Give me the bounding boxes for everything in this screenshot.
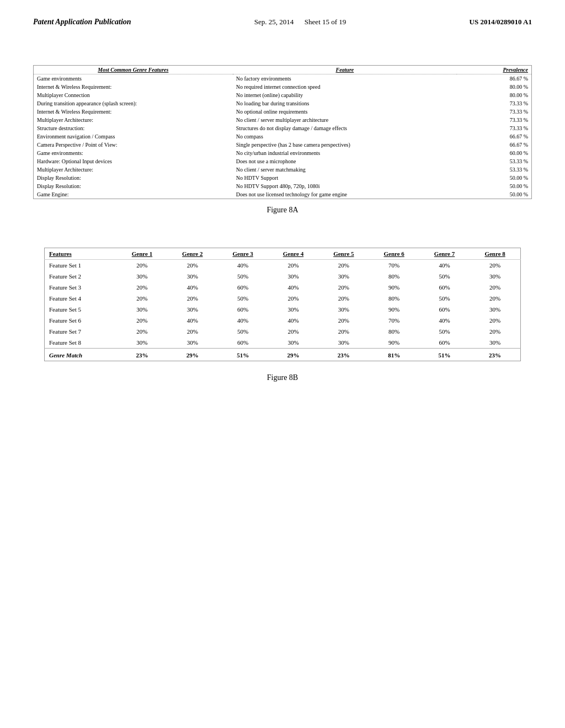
table-8a-cell-6-2: 73.33 % [457,124,531,132]
table-row: Feature Set 720%20%50%20%20%80%50%20% [45,326,521,337]
table-8a-cell-1-0: Internet & Wireless Requirement: [34,83,233,91]
table-8b-cell-0-1: 20% [117,260,167,271]
table-8a-cell-0-0: Game environments [34,74,233,83]
table-8a-cell-8-2: 66.67 % [457,141,531,149]
table-8a-cell-8-0: Camera Perspective / Point of View: [34,141,233,149]
page-header: Patent Application Publication Sep. 25, … [0,0,565,32]
table-8a-cell-14-1: Does not use licensed technology for gam… [233,190,457,199]
table-8b-cell-0-7: 40% [419,260,470,271]
table-8b-cell-3-1: 20% [117,293,167,304]
table-row: Game environments:No city/urban industri… [34,149,532,157]
figure-8a-label: Figure 8A [33,206,532,215]
table-8b-cell-4-5: 30% [318,304,369,315]
table-8b-cell-6-0: Feature Set 7 [45,326,117,337]
table-8b-cell-4-0: Feature Set 5 [45,304,117,315]
table-8a-cell-1-1: No required internet connection speed [233,83,457,91]
table-8a-cell-10-0: Hardware: Optional Input devices [34,157,233,165]
table-8a-cell-11-1: No client / server matchmaking [233,165,457,174]
table-8a-cell-10-1: Does not use a microphone [233,157,457,165]
genre-match-cell-0: Genre Match [45,349,117,361]
table-8b-cell-0-3: 40% [217,260,268,271]
table-8b-cell-4-1: 30% [117,304,167,315]
table-8a-cell-14-0: Game Engine: [34,190,233,199]
table-8a-cell-7-1: No compass [233,132,457,141]
table-8b-cell-0-8: 20% [470,260,520,271]
genre-match-cell-1: 23% [117,349,167,361]
table-8b-cell-0-2: 20% [167,260,217,271]
table-8a-cell-4-2: 73.33 % [457,108,531,116]
header-patent-number: US 2014/0289010 A1 [470,18,532,26]
table-8b-cell-3-3: 50% [217,293,268,304]
genre-match-row: Genre Match23%29%51%29%23%81%51%23% [45,349,521,361]
table-8a-cell-13-0: Display Resolution: [34,182,233,190]
table-8b-cell-1-5: 30% [318,271,369,282]
table-row: Display Resolution:No HDTV Support 480p,… [34,182,532,190]
table-8b-col-header-2: Genre 2 [167,248,217,260]
table-8b-cell-3-0: Feature Set 4 [45,293,117,304]
table-row: Camera Perspective / Point of View:Singl… [34,141,532,149]
table-8a-cell-3-2: 73.33 % [457,99,531,108]
genre-match-cell-8: 23% [470,349,520,361]
table-8a-cell-3-0: During transition appearance (splash scr… [34,99,233,108]
table-8a-cell-11-0: Multiplayer Architecture: [34,165,233,174]
table-8a-cell-9-2: 60.00 % [457,149,531,157]
figure-8b-label: Figure 8B [33,373,532,382]
table-8a-col-header-1: Most Common Genre Features [34,66,233,74]
table-8a-cell-10-2: 53.33 % [457,157,531,165]
table-8b-col-header-4: Genre 4 [268,248,318,260]
table-8b-cell-2-2: 40% [167,282,217,293]
table-8b-cell-6-3: 50% [217,326,268,337]
table-8b-cell-2-8: 20% [470,282,520,293]
table-8b-cell-5-6: 70% [369,315,419,326]
table-8b-cell-6-8: 20% [470,326,520,337]
table-8b-col-header-0: Features [45,248,117,260]
table-8b-cell-5-4: 40% [268,315,318,326]
table-8b-cell-2-0: Feature Set 3 [45,282,117,293]
table-8a-cell-0-2: 86.67 % [457,74,531,83]
table-8a-cell-9-1: No city/urban industrial environments [233,149,457,157]
table-8b-cell-1-6: 80% [369,271,419,282]
table-8a-cell-6-0: Structure destruction: [34,124,233,132]
table-8b-cell-6-4: 20% [268,326,318,337]
table-8b-cell-3-6: 80% [369,293,419,304]
table-8a-cell-11-2: 53.33 % [457,165,531,174]
table-8b-cell-0-5: 20% [318,260,369,271]
table-8b-cell-1-1: 30% [117,271,167,282]
table-8a-cell-3-1: No loading bar during transitions [233,99,457,108]
genre-match-cell-6: 81% [369,349,419,361]
table-row: Feature Set 530%30%60%30%30%90%60%30% [45,304,521,315]
table-8b-cell-6-6: 80% [369,326,419,337]
table-8b-cell-2-3: 60% [217,282,268,293]
table-8a: Most Common Genre Features Feature Preva… [33,65,532,199]
table-8b-cell-3-4: 20% [268,293,318,304]
table-8b-cell-5-1: 20% [117,315,167,326]
table-8b-cell-7-7: 60% [419,337,470,349]
table-8b-cell-7-8: 30% [470,337,520,349]
table-row: Environment navigation / CompassNo compa… [34,132,532,141]
table-8a-cell-8-1: Single perspective (has 2 base camera pe… [233,141,457,149]
table-row: Internet & Wireless Requirement:No optio… [34,108,532,116]
table-8b-cell-1-4: 30% [268,271,318,282]
table-8b-cell-4-6: 90% [369,304,419,315]
table-8a-cell-2-1: No internet (online) capability [233,91,457,99]
table-8a-cell-7-0: Environment navigation / Compass [34,132,233,141]
table-8b-cell-7-1: 30% [117,337,167,349]
table-8b-col-header-6: Genre 6 [369,248,419,260]
figure-8b-section: FeaturesGenre 1Genre 2Genre 3Genre 4Genr… [33,242,532,382]
table-row: Feature Set 420%20%50%20%20%80%50%20% [45,293,521,304]
table-8a-cell-4-1: No optional online requirements [233,108,457,116]
main-content: Most Common Genre Features Feature Preva… [0,54,565,410]
table-row: Feature Set 120%20%40%20%20%70%40%20% [45,260,521,271]
table-8b-cell-1-3: 50% [217,271,268,282]
header-center: Sep. 25, 2014 Sheet 15 of 19 [254,18,346,26]
table-8b: FeaturesGenre 1Genre 2Genre 3Genre 4Genr… [44,248,521,361]
table-8a-cell-12-2: 50.00 % [457,174,531,182]
table-8b-cell-5-5: 20% [318,315,369,326]
table-8b-col-header-8: Genre 8 [470,248,520,260]
table-row: Feature Set 320%40%60%40%20%90%60%20% [45,282,521,293]
table-8b-cell-7-5: 30% [318,337,369,349]
table-8b-cell-3-7: 50% [419,293,470,304]
genre-match-cell-3: 51% [217,349,268,361]
table-8b-cell-4-4: 30% [268,304,318,315]
table-8b-cell-6-5: 20% [318,326,369,337]
